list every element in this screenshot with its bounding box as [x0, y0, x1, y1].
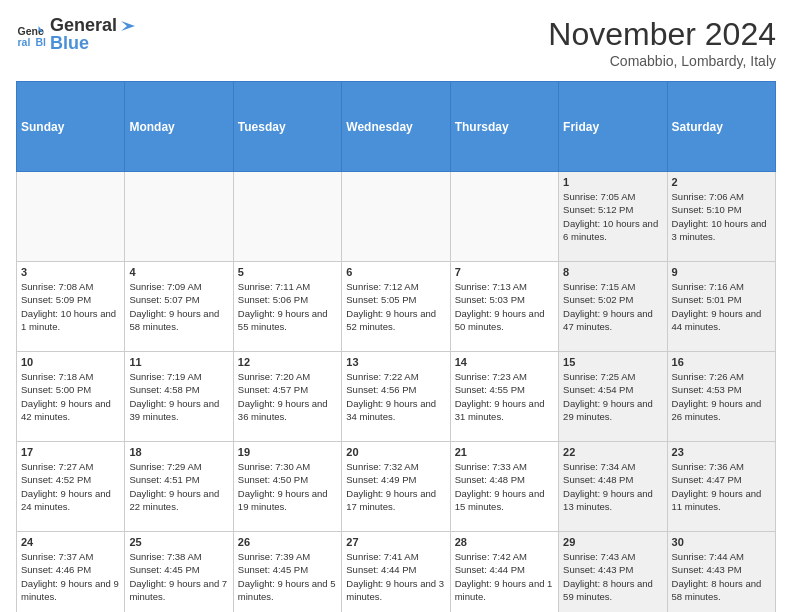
month-title: November 2024	[548, 16, 776, 53]
calendar-week-2: 3Sunrise: 7:08 AM Sunset: 5:09 PM Daylig…	[17, 262, 776, 352]
day-info: Sunrise: 7:39 AM Sunset: 4:45 PM Dayligh…	[238, 550, 337, 603]
calendar-cell: 8Sunrise: 7:15 AM Sunset: 5:02 PM Daylig…	[559, 262, 667, 352]
logo-icon: Gene ral Blue	[16, 20, 46, 50]
calendar-cell: 4Sunrise: 7:09 AM Sunset: 5:07 PM Daylig…	[125, 262, 233, 352]
calendar-cell: 5Sunrise: 7:11 AM Sunset: 5:06 PM Daylig…	[233, 262, 341, 352]
day-number: 6	[346, 266, 445, 278]
calendar-cell: 21Sunrise: 7:33 AM Sunset: 4:48 PM Dayli…	[450, 442, 558, 532]
day-info: Sunrise: 7:41 AM Sunset: 4:44 PM Dayligh…	[346, 550, 445, 603]
day-info: Sunrise: 7:36 AM Sunset: 4:47 PM Dayligh…	[672, 460, 771, 513]
day-number: 3	[21, 266, 120, 278]
calendar-week-3: 10Sunrise: 7:18 AM Sunset: 5:00 PM Dayli…	[17, 352, 776, 442]
calendar-cell	[233, 172, 341, 262]
calendar-body: 1Sunrise: 7:05 AM Sunset: 5:12 PM Daylig…	[17, 172, 776, 613]
day-info: Sunrise: 7:05 AM Sunset: 5:12 PM Dayligh…	[563, 190, 662, 243]
calendar-cell: 29Sunrise: 7:43 AM Sunset: 4:43 PM Dayli…	[559, 532, 667, 613]
calendar-cell: 9Sunrise: 7:16 AM Sunset: 5:01 PM Daylig…	[667, 262, 775, 352]
calendar-header-row: SundayMondayTuesdayWednesdayThursdayFrid…	[17, 82, 776, 172]
day-number: 28	[455, 536, 554, 548]
svg-marker-4	[121, 21, 135, 31]
day-info: Sunrise: 7:32 AM Sunset: 4:49 PM Dayligh…	[346, 460, 445, 513]
day-info: Sunrise: 7:44 AM Sunset: 4:43 PM Dayligh…	[672, 550, 771, 603]
calendar-cell: 1Sunrise: 7:05 AM Sunset: 5:12 PM Daylig…	[559, 172, 667, 262]
calendar-header-sunday: Sunday	[17, 82, 125, 172]
day-number: 9	[672, 266, 771, 278]
day-info: Sunrise: 7:20 AM Sunset: 4:57 PM Dayligh…	[238, 370, 337, 423]
calendar-cell: 28Sunrise: 7:42 AM Sunset: 4:44 PM Dayli…	[450, 532, 558, 613]
calendar-cell	[450, 172, 558, 262]
day-info: Sunrise: 7:23 AM Sunset: 4:55 PM Dayligh…	[455, 370, 554, 423]
calendar-cell: 24Sunrise: 7:37 AM Sunset: 4:46 PM Dayli…	[17, 532, 125, 613]
title-block: November 2024 Comabbio, Lombardy, Italy	[548, 16, 776, 69]
day-number: 23	[672, 446, 771, 458]
calendar-cell: 7Sunrise: 7:13 AM Sunset: 5:03 PM Daylig…	[450, 262, 558, 352]
day-info: Sunrise: 7:27 AM Sunset: 4:52 PM Dayligh…	[21, 460, 120, 513]
day-info: Sunrise: 7:25 AM Sunset: 4:54 PM Dayligh…	[563, 370, 662, 423]
calendar-header-thursday: Thursday	[450, 82, 558, 172]
day-number: 26	[238, 536, 337, 548]
calendar-header-wednesday: Wednesday	[342, 82, 450, 172]
day-number: 13	[346, 356, 445, 368]
calendar-header-saturday: Saturday	[667, 82, 775, 172]
day-info: Sunrise: 7:13 AM Sunset: 5:03 PM Dayligh…	[455, 280, 554, 333]
calendar-cell: 15Sunrise: 7:25 AM Sunset: 4:54 PM Dayli…	[559, 352, 667, 442]
calendar-cell: 12Sunrise: 7:20 AM Sunset: 4:57 PM Dayli…	[233, 352, 341, 442]
calendar-header-monday: Monday	[125, 82, 233, 172]
day-info: Sunrise: 7:16 AM Sunset: 5:01 PM Dayligh…	[672, 280, 771, 333]
day-info: Sunrise: 7:38 AM Sunset: 4:45 PM Dayligh…	[129, 550, 228, 603]
calendar-cell: 16Sunrise: 7:26 AM Sunset: 4:53 PM Dayli…	[667, 352, 775, 442]
day-number: 10	[21, 356, 120, 368]
day-info: Sunrise: 7:19 AM Sunset: 4:58 PM Dayligh…	[129, 370, 228, 423]
day-number: 30	[672, 536, 771, 548]
day-info: Sunrise: 7:12 AM Sunset: 5:05 PM Dayligh…	[346, 280, 445, 333]
day-number: 2	[672, 176, 771, 188]
calendar-week-4: 17Sunrise: 7:27 AM Sunset: 4:52 PM Dayli…	[17, 442, 776, 532]
calendar-cell: 17Sunrise: 7:27 AM Sunset: 4:52 PM Dayli…	[17, 442, 125, 532]
calendar-cell: 18Sunrise: 7:29 AM Sunset: 4:51 PM Dayli…	[125, 442, 233, 532]
calendar-cell: 27Sunrise: 7:41 AM Sunset: 4:44 PM Dayli…	[342, 532, 450, 613]
day-number: 1	[563, 176, 662, 188]
day-number: 18	[129, 446, 228, 458]
calendar-cell: 25Sunrise: 7:38 AM Sunset: 4:45 PM Dayli…	[125, 532, 233, 613]
day-number: 12	[238, 356, 337, 368]
day-number: 7	[455, 266, 554, 278]
day-info: Sunrise: 7:22 AM Sunset: 4:56 PM Dayligh…	[346, 370, 445, 423]
day-info: Sunrise: 7:43 AM Sunset: 4:43 PM Dayligh…	[563, 550, 662, 603]
day-info: Sunrise: 7:08 AM Sunset: 5:09 PM Dayligh…	[21, 280, 120, 333]
calendar-cell	[125, 172, 233, 262]
calendar-cell: 11Sunrise: 7:19 AM Sunset: 4:58 PM Dayli…	[125, 352, 233, 442]
calendar-header-friday: Friday	[559, 82, 667, 172]
day-info: Sunrise: 7:26 AM Sunset: 4:53 PM Dayligh…	[672, 370, 771, 423]
day-info: Sunrise: 7:33 AM Sunset: 4:48 PM Dayligh…	[455, 460, 554, 513]
day-number: 8	[563, 266, 662, 278]
day-number: 25	[129, 536, 228, 548]
day-info: Sunrise: 7:09 AM Sunset: 5:07 PM Dayligh…	[129, 280, 228, 333]
day-number: 29	[563, 536, 662, 548]
calendar-cell: 2Sunrise: 7:06 AM Sunset: 5:10 PM Daylig…	[667, 172, 775, 262]
calendar-cell: 26Sunrise: 7:39 AM Sunset: 4:45 PM Dayli…	[233, 532, 341, 613]
day-number: 17	[21, 446, 120, 458]
calendar-cell: 19Sunrise: 7:30 AM Sunset: 4:50 PM Dayli…	[233, 442, 341, 532]
page-header: Gene ral Blue General Blue November 2024…	[16, 16, 776, 69]
day-number: 4	[129, 266, 228, 278]
day-info: Sunrise: 7:11 AM Sunset: 5:06 PM Dayligh…	[238, 280, 337, 333]
calendar-cell: 13Sunrise: 7:22 AM Sunset: 4:56 PM Dayli…	[342, 352, 450, 442]
logo-text-blue: Blue	[50, 34, 137, 54]
day-info: Sunrise: 7:18 AM Sunset: 5:00 PM Dayligh…	[21, 370, 120, 423]
calendar-cell: 23Sunrise: 7:36 AM Sunset: 4:47 PM Dayli…	[667, 442, 775, 532]
svg-text:Blue: Blue	[36, 35, 47, 47]
day-number: 22	[563, 446, 662, 458]
day-info: Sunrise: 7:15 AM Sunset: 5:02 PM Dayligh…	[563, 280, 662, 333]
calendar-cell: 14Sunrise: 7:23 AM Sunset: 4:55 PM Dayli…	[450, 352, 558, 442]
day-info: Sunrise: 7:06 AM Sunset: 5:10 PM Dayligh…	[672, 190, 771, 243]
calendar-cell	[342, 172, 450, 262]
calendar-cell: 20Sunrise: 7:32 AM Sunset: 4:49 PM Dayli…	[342, 442, 450, 532]
calendar-cell: 6Sunrise: 7:12 AM Sunset: 5:05 PM Daylig…	[342, 262, 450, 352]
calendar-header-tuesday: Tuesday	[233, 82, 341, 172]
day-info: Sunrise: 7:37 AM Sunset: 4:46 PM Dayligh…	[21, 550, 120, 603]
logo-arrow-icon	[119, 17, 137, 35]
day-number: 27	[346, 536, 445, 548]
day-info: Sunrise: 7:42 AM Sunset: 4:44 PM Dayligh…	[455, 550, 554, 603]
calendar-cell: 10Sunrise: 7:18 AM Sunset: 5:00 PM Dayli…	[17, 352, 125, 442]
day-number: 15	[563, 356, 662, 368]
